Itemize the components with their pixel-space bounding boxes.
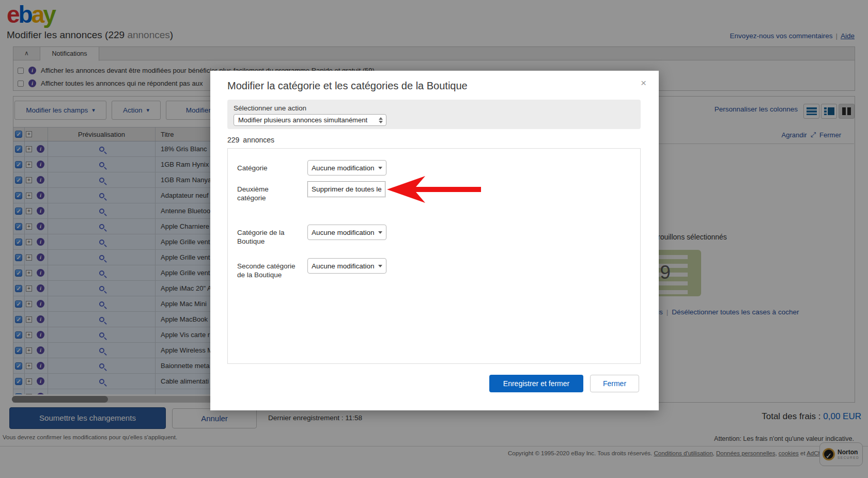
field-label: Catégorie	[237, 160, 298, 172]
red-arrow-annotation	[385, 175, 483, 204]
category-field-row: Seconde catégorie de la Boutique Aucune …	[237, 258, 640, 279]
modal-listing-count: 229annonces	[227, 136, 274, 144]
caret-down-icon	[378, 167, 382, 169]
action-select-value: Modifier plusieurs annonces simultanémen…	[238, 116, 367, 124]
category-field-row: Catégorie de la Boutique Aucune modifica…	[237, 225, 640, 246]
modal-close-button[interactable]: Fermer	[590, 375, 639, 392]
field-value: Aucune modification	[312, 229, 375, 236]
ebay-bulk-edit-page: ebay Modifier les annonces (229 annonces…	[0, 0, 868, 478]
edit-category-modal: × Modifier la catégorie et les catégorie…	[210, 71, 659, 410]
caret-down-icon	[378, 265, 382, 267]
field-label: Seconde catégorie de la Boutique	[237, 258, 298, 279]
category-field-row: Catégorie Aucune modification	[237, 160, 640, 176]
save-and-close-button[interactable]: Enregistrer et fermer	[489, 375, 583, 392]
field-dropdown[interactable]: Aucune modification	[307, 160, 386, 176]
field-label: Deuxième catégorie	[237, 181, 298, 202]
field-value: Aucune modification	[312, 164, 375, 172]
action-select-label: Sélectionner une action	[234, 104, 306, 112]
caret-down-icon	[378, 231, 382, 234]
select-stepper-icon	[379, 117, 383, 123]
field-dropdown[interactable]: Aucune modification	[307, 225, 386, 240]
close-icon[interactable]: ×	[641, 77, 646, 89]
field-dropdown[interactable]: Aucune modification	[307, 258, 386, 274]
field-value: Aucune modification	[312, 262, 375, 270]
action-select[interactable]: Modifier plusieurs annonces simultanémen…	[234, 114, 386, 126]
action-selector-box: Sélectionner une action Modifier plusieu…	[227, 100, 641, 129]
modal-title: Modifier la catégorie et les catégories …	[227, 80, 468, 92]
field-value: Supprimer de toutes les	[312, 185, 381, 193]
field-label: Catégorie de la Boutique	[237, 225, 298, 246]
field-dropdown[interactable]: Supprimer de toutes les	[307, 181, 385, 197]
